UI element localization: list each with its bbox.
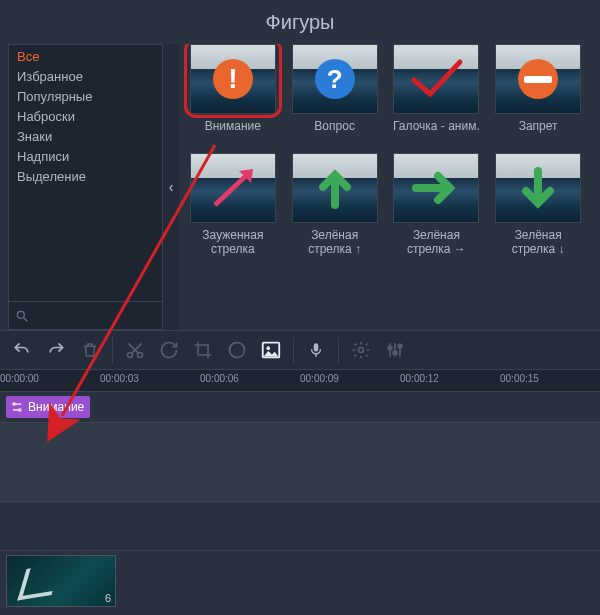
- shape-label: Галочка - аним.: [393, 119, 480, 147]
- search-icon: [15, 309, 29, 323]
- timeline-ruler[interactable]: 00:00:0000:00:0300:00:0600:00:0900:00:12…: [0, 370, 600, 392]
- category-item[interactable]: Выделение: [9, 167, 162, 187]
- ruler-mark: 00:00:06: [200, 373, 239, 384]
- shape-item[interactable]: Запрет: [492, 44, 584, 147]
- shape-item[interactable]: Зелёная стрелка →: [391, 153, 483, 256]
- shape-thumbnail[interactable]: [292, 153, 378, 223]
- ruler-mark: 00:00:09: [300, 373, 339, 384]
- shape-item[interactable]: Галочка - аним.: [391, 44, 483, 147]
- svg-line-2: [215, 173, 249, 205]
- image-button[interactable]: [255, 334, 287, 366]
- settings-button[interactable]: [345, 334, 377, 366]
- shape-thumbnail[interactable]: [393, 153, 479, 223]
- category-item[interactable]: Все: [9, 47, 162, 67]
- shape-item[interactable]: Зауженная стрелка: [187, 153, 279, 256]
- shape-thumbnail[interactable]: [393, 44, 479, 114]
- svg-point-18: [13, 403, 15, 405]
- shape-thumbnail[interactable]: !: [190, 44, 276, 114]
- delete-button[interactable]: [74, 334, 106, 366]
- titles-track[interactable]: Внимание: [0, 392, 600, 422]
- ruler-mark: 00:00:15: [500, 373, 539, 384]
- svg-rect-17: [398, 345, 401, 348]
- equalizer-button[interactable]: [379, 334, 411, 366]
- shape-item[interactable]: Зелёная стрелка ↑: [289, 153, 381, 256]
- shape-thumbnail[interactable]: [495, 44, 581, 114]
- crop-button[interactable]: [187, 334, 219, 366]
- empty-track[interactable]: [0, 422, 600, 502]
- undo-button[interactable]: [6, 334, 38, 366]
- color-button[interactable]: [221, 334, 253, 366]
- toolbar: [0, 330, 600, 370]
- panel-title: Фигуры: [8, 5, 592, 44]
- track-gap: [0, 502, 600, 550]
- redo-button[interactable]: [40, 334, 72, 366]
- collapse-sidebar-button[interactable]: ‹: [163, 44, 179, 330]
- title-clip-icon: [10, 400, 24, 414]
- category-list: ВсеИзбранноеПопулярныеНаброскиЗнакиНадпи…: [8, 44, 163, 302]
- shape-label: Вопрос: [314, 119, 355, 147]
- shape-label: Зелёная стрелка →: [391, 228, 483, 256]
- video-track[interactable]: 6: [0, 550, 600, 610]
- shape-label: Зауженная стрелка: [187, 228, 279, 256]
- toolbar-separator: [293, 337, 294, 363]
- svg-rect-16: [393, 352, 396, 355]
- category-item[interactable]: Популярные: [9, 87, 162, 107]
- shape-label: Внимание: [205, 119, 261, 147]
- video-clip[interactable]: 6: [6, 555, 116, 607]
- shape-thumbnail[interactable]: [495, 153, 581, 223]
- svg-rect-10: [314, 343, 319, 351]
- title-clip-label: Внимание: [28, 400, 84, 414]
- svg-point-19: [19, 409, 21, 411]
- category-item[interactable]: Надписи: [9, 147, 162, 167]
- category-item[interactable]: Знаки: [9, 127, 162, 147]
- clip-duration: 6: [105, 592, 111, 604]
- search-input[interactable]: [8, 302, 163, 330]
- shape-thumbnail[interactable]: [190, 153, 276, 223]
- shape-thumbnail[interactable]: ?: [292, 44, 378, 114]
- toolbar-separator: [112, 337, 113, 363]
- svg-point-11: [359, 348, 364, 353]
- rotate-button[interactable]: [153, 334, 185, 366]
- svg-point-9: [266, 346, 270, 350]
- shape-label: Зелёная стрелка ↓: [492, 228, 584, 256]
- toolbar-separator: [338, 337, 339, 363]
- shapes-grid: !Внимание?ВопросГалочка - аним.ЗапретЗау…: [179, 44, 592, 330]
- svg-rect-15: [388, 347, 391, 350]
- shape-label: Зелёная стрелка ↑: [289, 228, 381, 256]
- ruler-mark: 00:00:03: [100, 373, 139, 384]
- shape-item[interactable]: ?Вопрос: [289, 44, 381, 147]
- shape-item[interactable]: Зелёная стрелка ↓: [492, 153, 584, 256]
- svg-line-1: [24, 317, 28, 321]
- cut-button[interactable]: [119, 334, 151, 366]
- mic-button[interactable]: [300, 334, 332, 366]
- title-clip[interactable]: Внимание: [6, 396, 90, 418]
- shape-label: Запрет: [519, 119, 558, 147]
- category-item[interactable]: Избранное: [9, 67, 162, 87]
- ruler-mark: 00:00:12: [400, 373, 439, 384]
- shape-item[interactable]: !Внимание: [187, 44, 279, 147]
- ruler-mark: 00:00:00: [0, 373, 39, 384]
- svg-point-0: [17, 311, 24, 318]
- category-item[interactable]: Наброски: [9, 107, 162, 127]
